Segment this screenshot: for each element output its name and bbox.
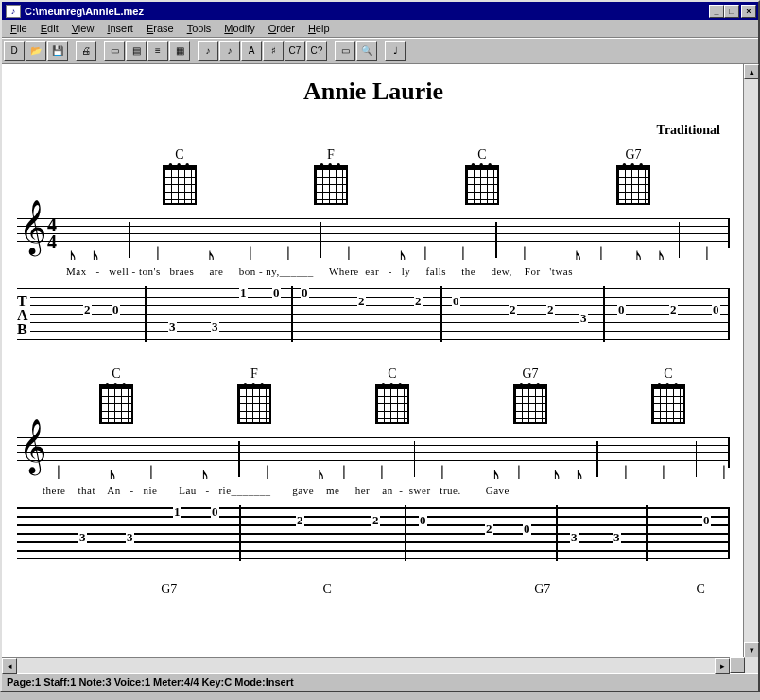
scroll-right-button[interactable]: ▸: [715, 658, 730, 674]
toolbar-button[interactable]: 🔍: [356, 41, 377, 61]
status-text: Page:1 Staff:1 Note:3 Voice:1 Meter:4/4 …: [7, 676, 294, 688]
chord-row: CFCG7: [9, 147, 737, 205]
tab-numbers: 331022020330: [41, 507, 725, 559]
tab-fret-number[interactable]: 2: [485, 521, 493, 537]
notes: ♩. ♪ ♩. ♪ ♩. ♪♩ ♩ ♩. ♪♩ ♪♪ ♩ ♩ ♩. ♩: [50, 430, 725, 479]
titlebar[interactable]: ♪ C:\meunreg\AnnieL.mez _ □ ×: [2, 2, 758, 20]
tab-fret-number[interactable]: 0: [272, 285, 281, 300]
menu-edit[interactable]: Edit: [34, 21, 65, 36]
toolbar-button[interactable]: ♩: [385, 41, 406, 61]
tab-fret-number[interactable]: 0: [301, 285, 309, 300]
score-attribution: Traditional: [9, 123, 720, 138]
tab-fret-number[interactable]: 3: [126, 530, 134, 545]
toolbar-button[interactable]: ♪: [219, 41, 240, 61]
menu-insert[interactable]: Insert: [100, 21, 140, 36]
toolbar-button[interactable]: A: [241, 41, 262, 61]
toolbar-button[interactable]: 🖨: [76, 41, 96, 61]
tab-fret-number[interactable]: 2: [546, 302, 555, 317]
system-2: CFCG7C 𝄞 ♩. ♪ ♩. ♪ ♩. ♪♩ ♩ ♩. ♪♩ ♪♪ ♩ ♩ …: [9, 367, 737, 559]
tab-fret-number[interactable]: 2: [371, 513, 380, 528]
tab-fret-number[interactable]: 2: [296, 513, 304, 528]
notes: ♪♪ ♩. ♪ ♩ ♩ ♩. ♪♩ ♩ ♩. ♪♩ ♪♪ ♩ ♩ ♩: [64, 211, 725, 260]
chord-name: G7: [132, 582, 206, 600]
close-button[interactable]: ×: [741, 5, 756, 18]
tablature-staff[interactable]: TAB 2033100220223020: [17, 288, 730, 340]
chord-name: C: [665, 582, 738, 600]
menu-order[interactable]: Order: [262, 21, 302, 36]
notation-staff[interactable]: 𝄞 ♩. ♪ ♩. ♪ ♩. ♪♩ ♩ ♩. ♪♩ ♪♪ ♩ ♩ ♩. ♩: [17, 430, 730, 479]
chord-row: CFCG7C: [9, 367, 737, 424]
caption-buttons: _ □ ×: [709, 5, 756, 18]
toolbar-button[interactable]: ▭: [104, 41, 125, 61]
chord-diagram: C: [599, 367, 737, 424]
toolbar-button[interactable]: ▤: [126, 41, 147, 61]
horizontal-scrollbar[interactable]: ◂ ▸: [2, 657, 745, 673]
chord-diagram: C: [47, 367, 185, 424]
menu-modify[interactable]: Modify: [217, 21, 261, 36]
menu-view[interactable]: View: [65, 21, 101, 36]
tab-fret-number[interactable]: 0: [712, 302, 720, 317]
toolbar-button[interactable]: C?: [306, 41, 327, 61]
tab-fret-number[interactable]: 3: [78, 530, 87, 545]
system-3: G7CG7C: [9, 582, 737, 600]
tab-fret-number[interactable]: 2: [669, 302, 678, 317]
tab-fret-number[interactable]: 3: [579, 311, 588, 326]
menubar: File Edit View Insert Erase Tools Modify…: [2, 20, 758, 38]
tab-fret-number[interactable]: 0: [452, 294, 460, 309]
tab-numbers: 2033100220223020: [55, 288, 725, 340]
window-title: C:\meunreg\AnnieL.mez: [25, 6, 144, 17]
chord-row: G7CG7C: [9, 582, 737, 600]
chord-diagram: G7: [461, 367, 599, 424]
tab-label: TAB: [15, 294, 30, 336]
time-signature: 44: [47, 216, 57, 250]
minimize-button[interactable]: _: [709, 5, 724, 18]
toolbar-button[interactable]: ♯: [263, 41, 284, 61]
tab-fret-number[interactable]: 0: [617, 302, 626, 317]
tablature-staff[interactable]: 331022020330: [17, 507, 730, 559]
scroll-left-button[interactable]: ◂: [2, 658, 17, 674]
treble-clef-icon: 𝄞: [19, 203, 47, 250]
tab-fret-number[interactable]: 3: [613, 530, 621, 545]
score-viewport[interactable]: Annie Laurie Traditional CFCG7 𝄞 44 ♪♪ ♩…: [2, 64, 745, 673]
toolbar-button[interactable]: ▭: [335, 41, 355, 61]
menu-help[interactable]: Help: [302, 21, 337, 36]
chord-diagram: G7: [558, 147, 709, 205]
scroll-down-button[interactable]: ▾: [744, 642, 759, 657]
tab-fret-number[interactable]: 3: [570, 530, 579, 545]
chord-name: C: [291, 582, 365, 600]
tab-fret-number[interactable]: 3: [211, 319, 219, 334]
menu-tools[interactable]: Tools: [181, 21, 218, 36]
tab-fret-number[interactable]: 1: [239, 285, 248, 300]
toolbar-button[interactable]: C7: [285, 41, 305, 61]
chord-name: G7: [506, 582, 579, 600]
tab-fret-number[interactable]: 0: [702, 513, 711, 528]
tab-fret-number[interactable]: 2: [509, 302, 517, 317]
toolbar-button[interactable]: D: [4, 41, 25, 61]
tab-fret-number[interactable]: 0: [211, 504, 219, 520]
menu-file[interactable]: File: [4, 21, 34, 36]
notation-staff[interactable]: 𝄞 44 ♪♪ ♩. ♪ ♩ ♩ ♩. ♪♩ ♩ ♩. ♪♩ ♪♪ ♩ ♩ ♩: [17, 211, 730, 260]
tab-fret-number[interactable]: 2: [357, 294, 366, 309]
tab-fret-number[interactable]: 0: [419, 513, 427, 528]
tab-fret-number[interactable]: 3: [168, 319, 177, 334]
client-area-wrap: Annie Laurie Traditional CFCG7 𝄞 44 ♪♪ ♩…: [2, 64, 758, 673]
score-title: Annie Laurie: [9, 77, 737, 106]
app-icon: ♪: [6, 5, 21, 18]
toolbar-button[interactable]: 💾: [47, 41, 68, 61]
tab-fret-number[interactable]: 2: [414, 294, 423, 309]
toolbar-button[interactable]: ≡: [147, 41, 168, 61]
lyrics-line: there that An - nie Lau - rie_______ gav…: [43, 485, 730, 496]
tab-fret-number[interactable]: 1: [173, 504, 181, 520]
menu-erase[interactable]: Erase: [140, 21, 181, 36]
scroll-up-button[interactable]: ▴: [744, 64, 759, 79]
tab-fret-number[interactable]: 0: [523, 521, 531, 537]
chord-diagram: C: [323, 367, 461, 424]
vertical-scrollbar[interactable]: ▴ ▾: [743, 64, 758, 673]
toolbar-button[interactable]: 📂: [26, 41, 46, 61]
maximize-button[interactable]: □: [724, 5, 739, 18]
toolbar-button[interactable]: ▦: [169, 41, 190, 61]
treble-clef-icon: 𝄞: [19, 422, 47, 470]
toolbar-button[interactable]: ♪: [198, 41, 218, 61]
tab-fret-number[interactable]: 2: [83, 302, 92, 317]
tab-fret-number[interactable]: 0: [112, 302, 120, 317]
